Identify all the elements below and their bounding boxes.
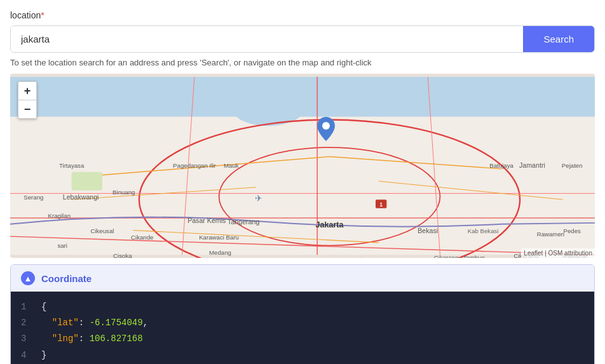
svg-text:Rawamen: Rawamen <box>537 231 564 238</box>
svg-text:Tirtayasa: Tirtayasa <box>59 162 85 169</box>
coordinate-title: Coordinate <box>41 273 92 284</box>
required-star: * <box>41 10 44 20</box>
svg-point-3 <box>201 83 250 108</box>
svg-text:Kab Bekasi: Kab Bekasi <box>468 227 499 234</box>
coordinate-body: 1 { 2 "lat": -6.1754049, 3 "lng": 106.82… <box>11 292 594 364</box>
svg-text:Karawaci Baru: Karawaci Baru <box>199 234 239 241</box>
svg-text:Batujaya: Batujaya <box>489 162 513 169</box>
svg-text:Lebakwangi: Lebakwangi <box>63 193 99 201</box>
svg-text:Tambun: Tambun <box>463 254 484 258</box>
zoom-out-button[interactable]: − <box>18 100 36 118</box>
svg-text:Pedes: Pedes <box>564 227 581 234</box>
line-number: 4 <box>21 347 31 363</box>
coordinate-collapse-icon: ▲ <box>21 271 35 285</box>
map-marker <box>317 117 335 144</box>
svg-text:1: 1 <box>379 201 383 208</box>
hint-text: To set the location search for an addres… <box>10 58 595 67</box>
svg-text:✈: ✈ <box>255 194 262 203</box>
svg-text:Pejaten: Pejaten <box>562 162 583 169</box>
svg-text:Mauk: Mauk <box>224 162 239 169</box>
svg-text:Pagedangan Ilir: Pagedangan Ilir <box>173 162 216 169</box>
coordinate-section: ▲ Coordinate 1 { 2 "lat": -6.1754049, 3 … <box>10 264 595 364</box>
line-number: 3 <box>21 331 31 347</box>
zoom-in-button[interactable]: + <box>18 82 36 100</box>
code-line: 4 } <box>21 347 584 363</box>
search-row: Search <box>10 25 595 53</box>
svg-text:Bekasi: Bekasi <box>418 227 438 234</box>
svg-point-68 <box>322 122 330 130</box>
code-line: 1 { <box>21 299 584 315</box>
svg-text:Jakarta: Jakarta <box>316 220 344 229</box>
code-line: 2 "lat": -6.1754049, <box>21 315 584 331</box>
leaflet-attribution: Leaflet | OSM attribution <box>521 248 595 258</box>
svg-text:Cisoka: Cisoka <box>113 252 132 258</box>
svg-text:Binuang: Binuang <box>112 189 135 196</box>
search-input[interactable] <box>11 26 523 52</box>
svg-text:Serang: Serang <box>24 194 43 201</box>
map-zoom-controls: + − <box>18 81 37 119</box>
svg-text:Tangerang: Tangerang <box>228 218 259 226</box>
code-line: 3 "lng": 106.827168 <box>21 331 584 347</box>
line-number: 2 <box>21 315 31 331</box>
location-label: location* <box>10 10 595 20</box>
svg-text:Jamantri: Jamantri <box>519 161 545 169</box>
svg-text:Cikarang: Cikarang <box>434 254 459 258</box>
search-button[interactable]: Search <box>523 26 594 52</box>
map-svg: 1 5 17 Jakarta Bekasi Tangerang Tangeran… <box>10 74 595 258</box>
map-container[interactable]: 1 5 17 Jakarta Bekasi Tangerang Tangeran… <box>10 74 595 258</box>
svg-rect-5 <box>72 172 102 191</box>
svg-text:Pasar Kemis: Pasar Kemis <box>187 217 226 224</box>
svg-text:Kragilan: Kragilan <box>48 212 71 219</box>
svg-text:Cikeusal: Cikeusal <box>90 227 114 234</box>
svg-text:✈: ✈ <box>359 257 365 258</box>
line-number: 1 <box>21 299 31 315</box>
svg-text:Medang: Medang <box>209 249 231 256</box>
svg-text:Cikande: Cikande <box>131 234 153 241</box>
coordinate-header[interactable]: ▲ Coordinate <box>11 265 594 292</box>
svg-text:sari: sari <box>57 242 67 249</box>
